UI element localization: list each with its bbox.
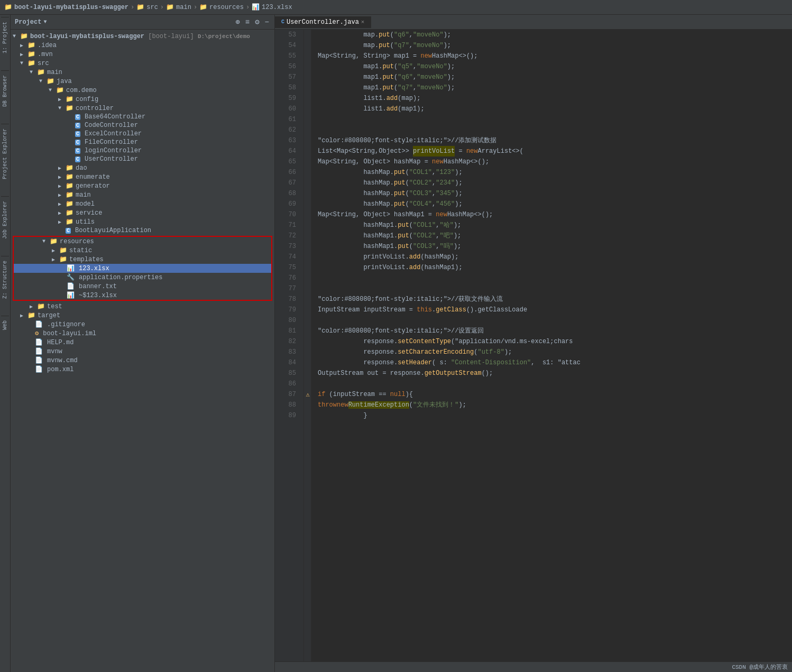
tree-item-bootlayui-app[interactable]: C BootLayuiApplication [11, 226, 274, 235]
gutter-cell [304, 157, 311, 167]
line-number: 57 [275, 72, 299, 82]
tree-item-gitignore[interactable]: 📄 .gitignore [11, 320, 274, 329]
gen-arrow: ▶ [58, 183, 66, 189]
side-tab-web[interactable]: Web [1, 316, 9, 334]
tree-item-com-demo[interactable]: ▼ 📁 com.demo [11, 86, 274, 95]
tree-item-app-props[interactable]: 🔧 application.properties [14, 273, 271, 282]
line-number: 62 [275, 125, 299, 135]
tree-item-logincontroller[interactable]: C loginController [11, 146, 274, 155]
settings-button[interactable]: ⚙ [254, 17, 260, 26]
side-tab-project-explorer[interactable]: Project Explorer [1, 124, 9, 183]
tree-item-dao[interactable]: ▶ 📁 dao [11, 163, 274, 172]
banner-label: banner.txt [77, 283, 117, 290]
tree-item-filecontroller[interactable]: C FileController [11, 138, 274, 146]
code-line [318, 125, 792, 135]
tree-item-mvnw[interactable]: 📄 mvnw [11, 347, 274, 356]
tree-item-test[interactable]: ▶ 📁 test [11, 302, 274, 311]
tree-item-enumerate[interactable]: ▶ 📁 enumerate [11, 172, 274, 181]
utils-arrow: ▶ [58, 219, 66, 225]
side-tab-project[interactable]: 1: Project [1, 17, 9, 58]
line-number: 69 [275, 199, 299, 209]
code-line: printVoList.add(hashMap); [318, 252, 792, 262]
side-tab-structure[interactable]: Z: Structure [1, 256, 9, 303]
breadcrumb-item-2[interactable]: src [146, 4, 158, 11]
tree-item-usercontroller[interactable]: C UserController [11, 155, 274, 163]
code-content[interactable]: map.put("q6","moveNo"); map.put("q7","mo… [311, 30, 792, 661]
tree-item-mvnwcmd[interactable]: 📄 mvnw.cmd [11, 356, 274, 365]
tree-item-base64controller[interactable]: C Base64Controller [11, 113, 274, 121]
breadcrumb-item-1[interactable]: boot-layui-mybatisplus-swagger [14, 4, 128, 11]
code-line: throw new RuntimeException("文件未找到！"); [318, 400, 792, 410]
side-tab-job-explorer[interactable]: Job Explorer [1, 196, 9, 243]
code-line: if (inputStream == null){ [318, 389, 792, 400]
tree-item-controller[interactable]: ▼ 📁 controller [11, 104, 274, 113]
gutter-cell [304, 220, 311, 231]
gutter-cell [304, 283, 311, 294]
shadowxlsx-label: ~$123.xlsx [77, 292, 117, 299]
iml-label: boot-layui.iml [41, 330, 96, 337]
tree-item-model[interactable]: ▶ 📁 model [11, 199, 274, 208]
tree-item-mvn[interactable]: ▶ 📁 .mvn [11, 50, 274, 59]
tree-item-pom[interactable]: 📄 pom.xml [11, 365, 274, 374]
config-folder-icon: 📁 [66, 95, 73, 103]
tree-item-iml[interactable]: ⚙ boot-layui.iml [11, 329, 274, 338]
config-label: config [76, 96, 98, 103]
line-number: 73 [275, 241, 299, 252]
breadcrumb-item-5[interactable]: 123.xlsx [262, 4, 292, 11]
breadcrumb-item-3[interactable]: main [176, 4, 191, 11]
tree-item-banner[interactable]: 📄 banner.txt [14, 282, 271, 291]
utils-folder-icon: 📁 [66, 218, 73, 226]
code-tab-usercontroller[interactable]: C UserController.java × [275, 16, 371, 28]
loginctrl-label: loginController [82, 147, 142, 154]
tree-item-shadow-xlsx[interactable]: 📊 ~$123.xlsx [14, 291, 271, 300]
line-number: 74 [275, 252, 299, 262]
tree-item-main-pkg[interactable]: ▶ 📁 main [11, 190, 274, 199]
tree-item-main[interactable]: ▼ 📁 main [11, 68, 274, 77]
tree-item-config[interactable]: ▶ 📁 config [11, 95, 274, 104]
tree-item-target[interactable]: ▶ 📁 target [11, 311, 274, 320]
gutter-cell [304, 262, 311, 273]
code-line [318, 283, 792, 294]
gutter-cell [304, 167, 311, 178]
xlsx123-label: 123.xlsx [77, 265, 109, 272]
panel-title-text: Project [15, 19, 41, 26]
collapse-button[interactable]: ≡ [244, 18, 251, 26]
controller-folder-icon: 📁 [66, 104, 73, 112]
code-line: hashMap.put("COL3","345"); [318, 188, 792, 199]
src-folder-icon: 📁 [27, 59, 35, 67]
tree-item-123-xlsx[interactable]: 📊 123.xlsx [14, 264, 271, 273]
tree-item-excelcontroller[interactable]: C ExcelController [11, 130, 274, 138]
tree-root[interactable]: ▼ 📁 boot-layui-mybatisplus-swagger [boot… [11, 32, 274, 41]
tree-item-static[interactable]: ▶ 📁 static [14, 246, 271, 255]
breadcrumb-folder-icon-3: 📁 [166, 3, 174, 11]
tree-item-utils[interactable]: ▶ 📁 utils [11, 217, 274, 226]
gutter-cell [304, 368, 311, 379]
line-number: 67 [275, 178, 299, 188]
target-arrow: ▶ [20, 312, 27, 319]
tree-item-resources[interactable]: ▼ 📁 resources [14, 237, 271, 246]
tree-item-help[interactable]: 📄 HELP.md [11, 338, 274, 347]
tree-item-service[interactable]: ▶ 📁 service [11, 208, 274, 217]
tree-item-generator[interactable]: ▶ 📁 generator [11, 181, 274, 190]
panel-dropdown-icon[interactable]: ▼ [43, 19, 47, 25]
line-numbers: 5354555657585960616263646566676869707172… [275, 30, 304, 661]
gutter: ⚠ [304, 30, 311, 661]
tree-item-src[interactable]: ▼ 📁 src [11, 59, 274, 68]
tab-close-button[interactable]: × [361, 19, 365, 25]
tree-item-java[interactable]: ▼ 📁 java [11, 77, 274, 86]
minimize-button[interactable]: − [264, 18, 270, 26]
tree-item-codecontroller[interactable]: C CodeController [11, 121, 274, 130]
code-line: "color:#808080;font-style:italic;">//获取文… [318, 294, 792, 305]
gutter-cell [304, 82, 311, 93]
breadcrumb-item-4[interactable]: resources [209, 4, 244, 11]
tree-item-templates[interactable]: ▶ 📁 templates [14, 255, 271, 264]
code-panel: C UserController.java × 5354555657585960… [275, 15, 792, 672]
side-tab-db-browser[interactable]: DB Browser [1, 70, 9, 111]
tree-item-idea[interactable]: ▶ 📁 .idea [11, 41, 274, 50]
gutter-cell: ⚠ [304, 389, 311, 400]
sync-button[interactable]: ⊕ [234, 17, 241, 26]
code-line: "color:#808080;font-style:italic;">//添加测… [318, 135, 792, 146]
code-line: map.put("q7","moveNo"); [318, 40, 792, 51]
gutter-cell [304, 40, 311, 51]
code-line: OutputStream out = response.getOutputStr… [318, 368, 792, 379]
